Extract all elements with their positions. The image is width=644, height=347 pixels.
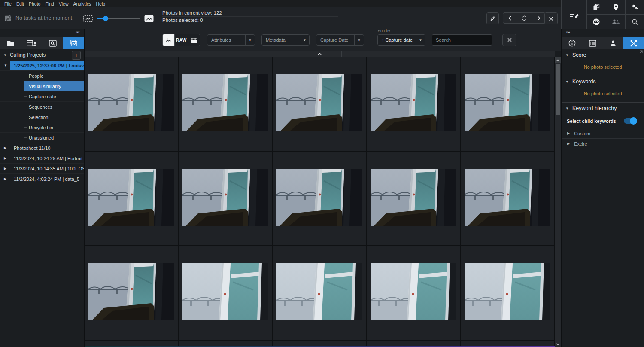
photo-cell[interactable]	[179, 57, 273, 152]
tree-item[interactable]: Recycle bin	[0, 122, 84, 133]
edit-button[interactable]	[486, 12, 499, 24]
photo-thumbnail[interactable]	[276, 263, 362, 320]
menu-item[interactable]: Photo	[29, 1, 40, 6]
chevron-down-icon[interactable]: ▼	[3, 53, 7, 57]
add-project-button[interactable]: +	[72, 51, 81, 60]
metadata-dropdown[interactable]: Metadata ▼	[261, 34, 310, 46]
tree-item[interactable]: People	[0, 71, 84, 81]
people-button[interactable]	[606, 15, 625, 29]
photo-thumbnail[interactable]	[276, 74, 362, 131]
thumb-small-icon[interactable]	[83, 15, 93, 22]
chevron-right-icon[interactable]: ▶	[0, 146, 10, 150]
photo-thumbnail[interactable]	[182, 169, 268, 226]
chevron-down-icon[interactable]: ▼	[354, 35, 364, 45]
photo-thumbnail[interactable]	[465, 169, 550, 226]
photo-cell[interactable]	[85, 246, 179, 341]
photo-thumbnail[interactable]	[182, 263, 268, 320]
photo-cell[interactable]	[85, 152, 179, 246]
chevron-right-icon[interactable]: ▶	[0, 167, 10, 170]
chevron-right-icon[interactable]: ▶	[0, 156, 10, 160]
chevron-right-icon[interactable]: ▶	[0, 177, 10, 181]
grid-scrollbar[interactable]	[555, 57, 561, 347]
tab-photos[interactable]	[63, 37, 84, 49]
thumbnail-size-slider[interactable]	[97, 16, 140, 21]
chevron-down-icon[interactable]: ▼	[300, 35, 309, 45]
photo-cell[interactable]	[367, 246, 461, 341]
sort-dropdown[interactable]: ↑ Capture date ▼	[377, 34, 425, 46]
photo-thumbnail[interactable]	[371, 169, 456, 226]
photo-cell[interactable]	[461, 152, 555, 246]
scroll-down-button[interactable]	[555, 341, 561, 347]
select-child-keywords-toggle[interactable]	[624, 118, 637, 124]
location-button[interactable]	[606, 0, 625, 15]
tree-project[interactable]: ▶ 11/3/2024, 10:24:29 AM | Portrait Test	[0, 153, 84, 164]
photo-cell[interactable]	[461, 57, 555, 152]
score-section-header[interactable]: ▼ Score	[562, 49, 644, 61]
menu-item[interactable]: Edit	[16, 1, 24, 6]
notes-edit-button[interactable]	[562, 0, 586, 29]
keyword-hierarchy-item[interactable]: ▶ Excire	[562, 138, 644, 149]
photo-cell[interactable]	[179, 152, 273, 246]
menu-item[interactable]: Find	[45, 1, 54, 6]
photo-thumbnail[interactable]	[276, 169, 362, 226]
tab-metadata-table[interactable]	[582, 37, 603, 49]
duplicates-button[interactable]	[586, 0, 606, 15]
photo-cell[interactable]	[179, 246, 273, 341]
nav-updown-button[interactable]	[516, 13, 532, 23]
thumb-large-icon[interactable]	[144, 15, 154, 22]
tab-similarity[interactable]	[623, 37, 644, 49]
chevron-right-icon[interactable]: ▶	[567, 142, 570, 146]
photo-cell[interactable]	[273, 152, 367, 246]
photo-thumbnail[interactable]	[371, 74, 456, 131]
tree-item[interactable]: Capture date	[0, 91, 84, 102]
photo-thumbnail[interactable]	[371, 263, 456, 320]
toggle-knob[interactable]	[630, 117, 637, 125]
keywords-button[interactable]	[625, 0, 644, 15]
tab-calendar-people[interactable]	[21, 37, 42, 49]
collapse-filterbar-button[interactable]	[298, 51, 342, 57]
tree-item[interactable]: Selection	[0, 112, 84, 122]
photo-cell[interactable]	[273, 246, 367, 341]
search-input[interactable]	[432, 34, 492, 46]
photo-cell[interactable]	[85, 57, 179, 152]
filter-video-button[interactable]	[188, 34, 200, 46]
slider-knob[interactable]	[103, 16, 108, 21]
tree-item[interactable]: Visual similarity	[0, 81, 84, 91]
keywords-section-header[interactable]: ▼ Keywords	[562, 76, 644, 87]
menu-item[interactable]: File	[4, 1, 12, 6]
chevron-right-icon[interactable]: ▶	[567, 131, 570, 135]
photo-cell[interactable]	[367, 57, 461, 152]
attributes-dropdown[interactable]: Attributes ▼	[207, 34, 255, 46]
menu-item[interactable]: Analytics	[73, 1, 91, 6]
nav-next-button[interactable]	[532, 13, 545, 23]
collapse-right-icon[interactable]: »»	[566, 30, 569, 35]
tab-info[interactable]	[562, 37, 582, 49]
tab-search[interactable]	[42, 37, 63, 49]
chevron-down-icon[interactable]: ▼	[416, 35, 425, 45]
tree-project-current[interactable]: ▼ 1/25/2025, 12:37:06 PM | Louisville ..…	[0, 61, 84, 71]
photo-thumbnail[interactable]	[182, 74, 268, 131]
search-button[interactable]	[625, 15, 644, 29]
photo-cell[interactable]	[461, 246, 555, 341]
menu-item[interactable]: Help	[96, 1, 106, 6]
scrollbar-thumb[interactable]	[556, 64, 560, 115]
chevron-down-icon[interactable]: ▼	[565, 107, 569, 110]
photo-cell[interactable]	[273, 57, 367, 152]
tree-project[interactable]: ▶ 11/3/2024, 10:14:35 AM | 100EOS_R	[0, 164, 84, 174]
photo-thumbnail[interactable]	[88, 74, 174, 131]
photo-thumbnail[interactable]	[88, 169, 174, 226]
tree-item[interactable]: Unassigned	[0, 133, 84, 143]
tree-project[interactable]: ▶ 11/2/2024, 4:02:24 PM | data_5	[0, 174, 84, 184]
collapse-left-icon[interactable]: ««	[76, 30, 79, 35]
chevron-down-icon[interactable]: ▼	[245, 35, 255, 45]
photo-cell[interactable]	[367, 152, 461, 246]
chevron-down-icon[interactable]: ▼	[565, 53, 569, 57]
keyword-hierarchy-item[interactable]: ▶ Custom	[562, 128, 644, 138]
chevron-down-icon[interactable]: ▼	[565, 80, 569, 84]
photo-thumbnail[interactable]	[465, 74, 550, 131]
keyword-hierarchy-header[interactable]: ▼ Keyword hierarchy	[562, 103, 644, 114]
ai-assistant-button[interactable]	[586, 15, 606, 29]
tree-item[interactable]: Sequences	[0, 102, 84, 112]
clear-filter-button[interactable]	[502, 34, 516, 46]
close-view-button[interactable]	[544, 12, 558, 24]
